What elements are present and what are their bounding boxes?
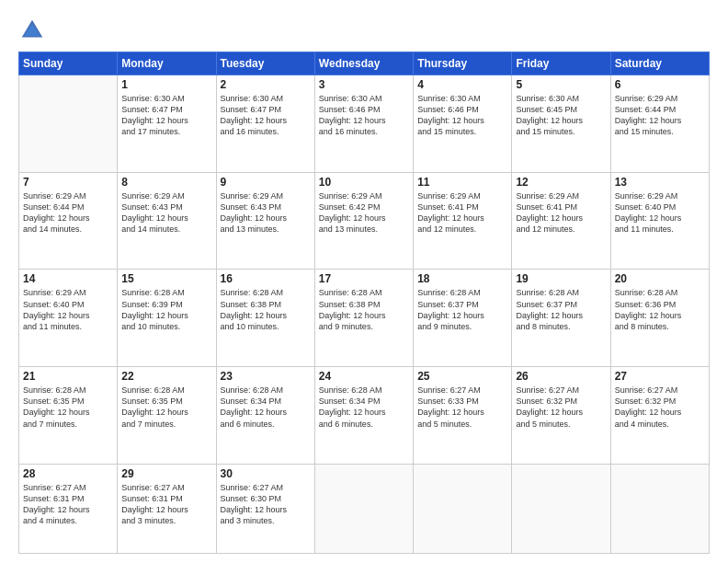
- day-info: Sunrise: 6:29 AM Sunset: 6:43 PM Dayligh…: [221, 190, 311, 236]
- day-cell: 7Sunrise: 6:29 AM Sunset: 6:44 PM Daylig…: [19, 172, 118, 270]
- day-info: Sunrise: 6:30 AM Sunset: 6:45 PM Dayligh…: [516, 93, 606, 138]
- day-cell: 29Sunrise: 6:27 AM Sunset: 6:31 PM Dayli…: [118, 464, 216, 553]
- day-cell: 12Sunrise: 6:29 AM Sunset: 6:41 PM Dayli…: [512, 172, 610, 270]
- day-info: Sunrise: 6:27 AM Sunset: 6:32 PM Dayligh…: [516, 385, 606, 430]
- header: [18, 17, 710, 44]
- day-info: Sunrise: 6:28 AM Sunset: 6:36 PM Dayligh…: [615, 287, 705, 332]
- day-cell: 24Sunrise: 6:28 AM Sunset: 6:34 PM Dayli…: [314, 367, 413, 465]
- day-number: 29: [121, 467, 211, 480]
- day-info: Sunrise: 6:29 AM Sunset: 6:41 PM Dayligh…: [516, 190, 606, 236]
- day-number: 23: [221, 370, 311, 383]
- day-info: Sunrise: 6:30 AM Sunset: 6:46 PM Dayligh…: [319, 93, 409, 138]
- day-number: 2: [221, 78, 311, 91]
- day-cell: 10Sunrise: 6:29 AM Sunset: 6:42 PM Dayli…: [314, 172, 413, 270]
- day-cell: 25Sunrise: 6:27 AM Sunset: 6:33 PM Dayli…: [414, 367, 512, 465]
- day-cell: 13Sunrise: 6:29 AM Sunset: 6:40 PM Dayli…: [610, 172, 709, 270]
- day-info: Sunrise: 6:27 AM Sunset: 6:31 PM Dayligh…: [121, 482, 211, 527]
- day-number: 5: [516, 78, 606, 91]
- day-cell: 6Sunrise: 6:29 AM Sunset: 6:44 PM Daylig…: [610, 75, 709, 173]
- day-cell: 30Sunrise: 6:27 AM Sunset: 6:30 PM Dayli…: [216, 464, 314, 553]
- day-cell: 1Sunrise: 6:30 AM Sunset: 6:47 PM Daylig…: [118, 75, 216, 173]
- week-row-3: 14Sunrise: 6:29 AM Sunset: 6:40 PM Dayli…: [19, 270, 710, 367]
- day-info: Sunrise: 6:30 AM Sunset: 6:47 PM Dayligh…: [121, 93, 211, 138]
- day-number: 12: [516, 176, 606, 189]
- weekday-header-thursday: Thursday: [414, 52, 512, 75]
- day-info: Sunrise: 6:28 AM Sunset: 6:34 PM Dayligh…: [221, 385, 311, 430]
- day-info: Sunrise: 6:28 AM Sunset: 6:38 PM Dayligh…: [221, 287, 311, 332]
- day-number: 21: [23, 370, 113, 383]
- day-cell: 14Sunrise: 6:29 AM Sunset: 6:40 PM Dayli…: [19, 270, 118, 367]
- weekday-header-sunday: Sunday: [19, 52, 118, 75]
- day-number: 10: [319, 176, 409, 189]
- day-number: 1: [121, 78, 211, 91]
- day-number: 25: [417, 370, 507, 383]
- day-cell: 5Sunrise: 6:30 AM Sunset: 6:45 PM Daylig…: [512, 75, 610, 173]
- day-number: 26: [516, 370, 606, 383]
- day-info: Sunrise: 6:27 AM Sunset: 6:33 PM Dayligh…: [417, 385, 507, 430]
- day-cell: 3Sunrise: 6:30 AM Sunset: 6:46 PM Daylig…: [314, 75, 413, 173]
- weekday-header-row: SundayMondayTuesdayWednesdayThursdayFrid…: [19, 52, 710, 75]
- day-info: Sunrise: 6:27 AM Sunset: 6:32 PM Dayligh…: [615, 385, 705, 430]
- day-cell: 19Sunrise: 6:28 AM Sunset: 6:37 PM Dayli…: [512, 270, 610, 367]
- day-info: Sunrise: 6:29 AM Sunset: 6:40 PM Dayligh…: [615, 190, 705, 236]
- day-info: Sunrise: 6:29 AM Sunset: 6:40 PM Dayligh…: [23, 287, 113, 332]
- day-info: Sunrise: 6:30 AM Sunset: 6:47 PM Dayligh…: [221, 93, 311, 138]
- day-number: 22: [121, 370, 211, 383]
- day-cell: 9Sunrise: 6:29 AM Sunset: 6:43 PM Daylig…: [216, 172, 314, 270]
- day-cell: 4Sunrise: 6:30 AM Sunset: 6:46 PM Daylig…: [414, 75, 512, 173]
- day-cell: 16Sunrise: 6:28 AM Sunset: 6:38 PM Dayli…: [216, 270, 314, 367]
- day-info: Sunrise: 6:28 AM Sunset: 6:39 PM Dayligh…: [121, 287, 211, 332]
- day-cell: 17Sunrise: 6:28 AM Sunset: 6:38 PM Dayli…: [314, 270, 413, 367]
- day-cell: 18Sunrise: 6:28 AM Sunset: 6:37 PM Dayli…: [414, 270, 512, 367]
- day-number: 14: [23, 272, 113, 285]
- day-number: 7: [23, 176, 113, 189]
- day-number: 27: [615, 370, 705, 383]
- day-info: Sunrise: 6:28 AM Sunset: 6:37 PM Dayligh…: [417, 287, 507, 332]
- day-cell: [314, 464, 413, 553]
- day-number: 13: [615, 176, 705, 189]
- week-row-2: 7Sunrise: 6:29 AM Sunset: 6:44 PM Daylig…: [19, 172, 710, 270]
- day-info: Sunrise: 6:28 AM Sunset: 6:38 PM Dayligh…: [319, 287, 409, 332]
- day-number: 30: [221, 467, 311, 480]
- day-info: Sunrise: 6:28 AM Sunset: 6:34 PM Dayligh…: [319, 385, 409, 430]
- day-number: 19: [516, 272, 606, 285]
- day-info: Sunrise: 6:29 AM Sunset: 6:44 PM Dayligh…: [615, 93, 705, 138]
- day-number: 3: [319, 78, 409, 91]
- day-number: 4: [417, 78, 507, 91]
- weekday-header-friday: Friday: [512, 52, 610, 75]
- day-info: Sunrise: 6:30 AM Sunset: 6:46 PM Dayligh…: [417, 93, 507, 138]
- week-row-1: 1Sunrise: 6:30 AM Sunset: 6:47 PM Daylig…: [19, 75, 710, 173]
- day-cell: [19, 75, 118, 173]
- day-cell: 26Sunrise: 6:27 AM Sunset: 6:32 PM Dayli…: [512, 367, 610, 465]
- day-cell: 21Sunrise: 6:28 AM Sunset: 6:35 PM Dayli…: [19, 367, 118, 465]
- day-info: Sunrise: 6:29 AM Sunset: 6:41 PM Dayligh…: [417, 190, 507, 236]
- day-number: 11: [417, 176, 507, 189]
- week-row-4: 21Sunrise: 6:28 AM Sunset: 6:35 PM Dayli…: [19, 367, 710, 465]
- logo: [18, 17, 50, 44]
- day-cell: 11Sunrise: 6:29 AM Sunset: 6:41 PM Dayli…: [414, 172, 512, 270]
- day-cell: 15Sunrise: 6:28 AM Sunset: 6:39 PM Dayli…: [118, 270, 216, 367]
- day-cell: [512, 464, 610, 553]
- day-info: Sunrise: 6:27 AM Sunset: 6:30 PM Dayligh…: [221, 482, 311, 527]
- weekday-header-tuesday: Tuesday: [216, 52, 314, 75]
- day-info: Sunrise: 6:27 AM Sunset: 6:31 PM Dayligh…: [23, 482, 113, 527]
- weekday-header-saturday: Saturday: [610, 52, 709, 75]
- day-number: 18: [417, 272, 507, 285]
- day-number: 20: [615, 272, 705, 285]
- day-cell: 22Sunrise: 6:28 AM Sunset: 6:35 PM Dayli…: [118, 367, 216, 465]
- page: SundayMondayTuesdayWednesdayThursdayFrid…: [0, 0, 728, 563]
- day-number: 15: [121, 272, 211, 285]
- day-number: 28: [23, 467, 113, 480]
- day-cell: [414, 464, 512, 553]
- day-cell: [610, 464, 709, 553]
- day-number: 9: [221, 176, 311, 189]
- day-number: 24: [319, 370, 409, 383]
- day-info: Sunrise: 6:29 AM Sunset: 6:44 PM Dayligh…: [23, 190, 113, 236]
- weekday-header-monday: Monday: [118, 52, 216, 75]
- logo-icon: [18, 17, 46, 44]
- day-number: 17: [319, 272, 409, 285]
- day-cell: 8Sunrise: 6:29 AM Sunset: 6:43 PM Daylig…: [118, 172, 216, 270]
- day-cell: 27Sunrise: 6:27 AM Sunset: 6:32 PM Dayli…: [610, 367, 709, 465]
- weekday-header-wednesday: Wednesday: [314, 52, 413, 75]
- day-info: Sunrise: 6:28 AM Sunset: 6:37 PM Dayligh…: [516, 287, 606, 332]
